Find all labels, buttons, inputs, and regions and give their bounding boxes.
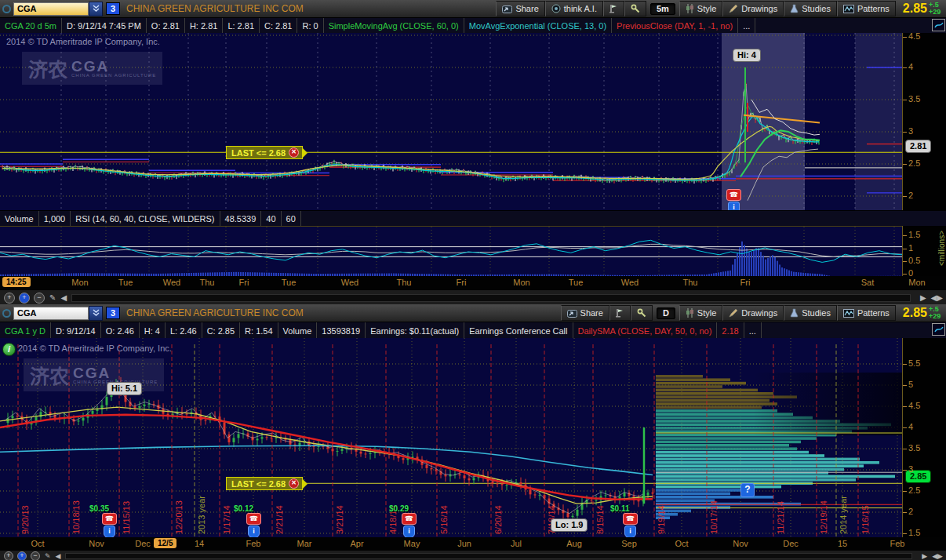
- symbol-dropdown-button[interactable]: [89, 306, 103, 321]
- time-label: Feb: [882, 539, 913, 548]
- status-field: H: 2.81: [185, 18, 223, 34]
- event-note-icon[interactable]: i: [728, 202, 740, 211]
- alert-close-icon[interactable]: ✕: [289, 478, 299, 489]
- zoom-in-icon[interactable]: +: [19, 293, 30, 304]
- price-axis-bottom[interactable]: 2.85 5.554.543.532.521.5: [902, 338, 946, 537]
- time-scrollbar[interactable]: [71, 294, 911, 302]
- scroll-left-icon[interactable]: ◀: [60, 293, 67, 302]
- patterns-icon: [843, 309, 854, 318]
- event-note-icon[interactable]: i: [403, 525, 415, 538]
- thinkorswim-workspace: CGA 3 CHINA GREEN AGRICULTURE INC COM Sh…: [0, 0, 946, 560]
- symbol-link-indicator[interactable]: [2, 309, 11, 318]
- time-label: 15: [827, 539, 858, 548]
- patterns-button[interactable]: Patterns: [837, 1, 896, 16]
- time-label: Nov: [725, 539, 756, 548]
- patterns-button[interactable]: Patterns: [837, 305, 896, 321]
- event-note-icon[interactable]: i: [248, 525, 260, 538]
- earnings-call-icon[interactable]: ☎: [726, 189, 741, 201]
- crosshair-time-bubble: 14:25: [2, 277, 31, 287]
- main-chart-bottom[interactable]: i 2014 © TD Ameritrade IP Company, Inc. …: [0, 338, 902, 538]
- time-label: Fri: [228, 278, 260, 287]
- candlestick-icon: [686, 308, 694, 318]
- collapse-panel-icon[interactable]: ◀▶: [932, 552, 943, 560]
- share-button[interactable]: Share: [496, 1, 544, 16]
- earnings-call-icon[interactable]: ☎: [623, 513, 638, 525]
- status-field: MovAvgExponential (CLOSE, 13, 0): [464, 18, 612, 34]
- earnings-call-icon[interactable]: ☎: [246, 513, 261, 525]
- detach-chart-icon[interactable]: [932, 323, 945, 336]
- axis-label: 1.5: [908, 528, 920, 537]
- time-scrollbar[interactable]: [65, 553, 912, 559]
- main-chart-top[interactable]: 2014 © TD Ameritrade IP Company, Inc. 济农…: [0, 33, 902, 211]
- expiration-date-label: 1/16/15: [860, 475, 870, 534]
- studies-button[interactable]: Studies: [784, 1, 837, 16]
- timeframe-button[interactable]: D: [657, 307, 675, 319]
- chart-settings-button[interactable]: [624, 1, 646, 16]
- axis-label: 1: [908, 243, 913, 253]
- event-note-icon[interactable]: i: [104, 525, 115, 538]
- time-label: 14: [184, 539, 215, 548]
- axis-label: 0.5: [908, 256, 920, 265]
- alert-tag[interactable]: LAST <= 2.68✕: [226, 146, 303, 159]
- share-button[interactable]: Share: [561, 305, 609, 321]
- symbol-dropdown-button[interactable]: [89, 2, 103, 16]
- study-field: 60: [282, 211, 301, 227]
- chart-settings-button[interactable]: [631, 305, 653, 321]
- pan-tool-icon[interactable]: +: [4, 293, 15, 304]
- link-group-badge[interactable]: 3: [106, 2, 120, 15]
- scroll-right-icon[interactable]: ▶: [920, 293, 926, 302]
- alert-close-icon[interactable]: ✕: [289, 147, 299, 158]
- pan-tool-icon[interactable]: +: [4, 551, 13, 560]
- flag-tool-button[interactable]: [603, 1, 624, 16]
- time-label: Sep: [613, 539, 645, 548]
- draw-tool-icon[interactable]: ✎: [49, 293, 56, 302]
- link-group-badge[interactable]: 3: [106, 307, 120, 319]
- rsi-chart-svg[interactable]: [0, 227, 902, 277]
- status-field: O: 2.81: [147, 18, 185, 34]
- draw-tool-icon[interactable]: ✎: [45, 552, 51, 560]
- time-label: Tue: [273, 278, 304, 287]
- studies-button[interactable]: Studies: [784, 305, 837, 321]
- status-field: L: 2.81: [223, 18, 260, 34]
- expiration-date-label: 10/18/13: [71, 475, 81, 534]
- chart-toolbar-bottom: + + − ✎ ◀ ▶ ◀▶: [0, 550, 946, 560]
- symbol-input[interactable]: CGA: [13, 307, 89, 320]
- info-icon[interactable]: i: [2, 343, 16, 356]
- rsi-panel[interactable]: [0, 226, 902, 278]
- earnings-call-icon[interactable]: ☎: [402, 513, 417, 525]
- flag-tool-button[interactable]: [609, 305, 631, 321]
- axis-label: 3.5: [908, 443, 920, 453]
- axis-label: 0: [908, 268, 913, 276]
- alert-tag[interactable]: LAST <= 2.68✕: [226, 477, 303, 490]
- symbol-link-indicator[interactable]: [2, 5, 11, 13]
- collapse-panel-icon[interactable]: ◀▶: [931, 293, 943, 302]
- status-field: R: 0: [297, 18, 323, 34]
- zoom-in-icon[interactable]: +: [17, 551, 27, 560]
- last-price: 2.85: [903, 2, 927, 16]
- style-button[interactable]: Style: [679, 1, 722, 16]
- time-label: Thu: [388, 278, 420, 287]
- style-button[interactable]: Style: [679, 305, 722, 321]
- think-ai-button[interactable]: think A.I.: [545, 1, 603, 16]
- time-label: Fri: [730, 278, 761, 287]
- detach-chart-icon[interactable]: [932, 19, 945, 31]
- price-axis-top[interactable]: 2.81 4.543.532.52: [902, 33, 946, 210]
- time-label: Oct: [666, 539, 697, 548]
- zoom-out-icon[interactable]: −: [31, 551, 40, 560]
- zoom-out-icon[interactable]: −: [34, 293, 45, 304]
- axis-label: 3.5: [908, 94, 920, 104]
- drawings-button[interactable]: Drawings: [722, 305, 784, 321]
- expiration-date-label: 11/21/14: [776, 475, 785, 534]
- event-note-icon[interactable]: i: [624, 525, 636, 538]
- drawings-button[interactable]: Drawings: [722, 1, 784, 16]
- scroll-left-icon[interactable]: ◀: [56, 552, 61, 560]
- help-marker-icon[interactable]: ?: [740, 483, 755, 497]
- earnings-call-icon[interactable]: ☎: [102, 513, 117, 525]
- status-field: Earnings Conference Call: [464, 322, 573, 339]
- scroll-right-icon[interactable]: ▶: [922, 552, 927, 560]
- timeframe-button[interactable]: 5m: [650, 3, 675, 15]
- beaker-icon: [790, 4, 799, 13]
- symbol-input[interactable]: CGA: [13, 2, 89, 16]
- chart-title: CHINA GREEN AGRICULTURE INC COM: [126, 307, 304, 318]
- price-change: +.5 +29: [929, 2, 946, 16]
